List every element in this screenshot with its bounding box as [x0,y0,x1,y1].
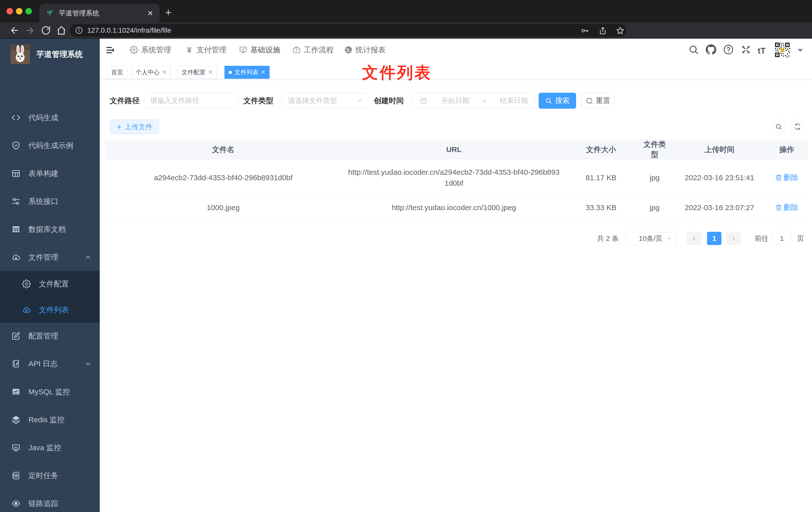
cell-type: jpg [636,203,673,212]
reset-button[interactable]: 重置 [582,93,614,109]
file-path-input-field[interactable] [144,93,238,109]
sidebar-item-db-doc[interactable]: 数据库文档 [0,215,100,243]
tab-profile[interactable]: 个人中心 ✕ [132,66,171,79]
page-jump-input[interactable] [773,232,791,245]
date-range-picker[interactable]: 开始日期 - 结束日期 [413,93,535,109]
topnav-infra[interactable]: 基础设施 [239,39,280,61]
tab-close-icon[interactable]: ✕ [162,69,167,76]
back-icon[interactable] [9,25,20,35]
logo-rabbit-image [10,44,30,64]
minimize-window-button[interactable] [16,8,23,14]
refresh-table-button[interactable] [790,120,805,133]
cell-filename: a294ecb2-73dd-4353-bf40-296b8931d0bf [105,174,342,182]
trash-icon [775,204,782,211]
column-header-time[interactable]: 上传时间 [673,145,765,155]
page-size-select[interactable]: 10条/页 [625,232,676,245]
column-header-filename[interactable]: 文件名 [105,145,342,155]
delete-button[interactable]: 删除 [775,203,799,213]
page-number-1[interactable]: 1 [707,232,722,245]
avatar-dropdown-caret-icon[interactable] [798,49,803,52]
start-date-placeholder: 开始日期 [441,96,469,106]
topnav-system[interactable]: 系统管理 [130,39,171,61]
sidebar-item-label: 代码生成 [28,113,58,123]
sidebar-logo[interactable]: 芋道管理系统 [10,44,83,64]
home-icon[interactable] [56,25,66,35]
delete-label: 删除 [784,203,799,213]
sidebar-item-file-config[interactable]: 文件配置 [0,271,100,297]
github-icon[interactable] [706,44,716,55]
topnav-reports[interactable]: 统计报表 [344,39,385,61]
sidebar-item-java-monitor[interactable]: Java 监控 [0,434,100,462]
column-header-type[interactable]: 文件类型 [636,139,673,160]
tab-home[interactable]: 首页 [107,66,127,79]
topnav-payment[interactable]: ¥ 支付管理 [185,39,227,61]
bookmark-star-icon[interactable] [616,26,625,35]
sidebar-item-code-gen[interactable]: 代码生成 [0,104,100,131]
sidebar-item-file-management[interactable]: 文件管理 [0,243,100,271]
font-size-icon[interactable]: tT [758,46,768,56]
sidebar-item-scheduled-tasks[interactable]: 定时任务 [0,462,100,489]
maximize-window-button[interactable] [25,8,32,14]
chevron-down-icon [85,360,91,367]
tab-close-icon[interactable]: ✕ [208,69,212,76]
fullscreen-icon[interactable] [741,44,751,55]
sidebar-item-api-log[interactable]: API 日志 [0,350,100,378]
forward-icon[interactable] [25,25,35,35]
sidebar-item-redis-monitor[interactable]: Redis 监控 [0,406,100,434]
sidebar-item-label: API 日志 [28,359,58,369]
cell-time: 2022-03-16 23:07:27 [673,203,765,212]
tab-close-icon[interactable]: ✕ [147,9,153,18]
file-type-select[interactable]: 请选择文件类型 [282,93,368,109]
shield-check-icon [11,141,21,150]
password-key-icon[interactable] [581,26,589,35]
sidebar-item-label: 文件管理 [28,252,58,263]
url-bar[interactable]: 127.0.0.1:1024/infra/file/file [70,24,627,37]
url-text: 127.0.0.1:1024/infra/file/file [87,26,171,34]
avatar[interactable] [774,42,790,58]
share-icon[interactable] [599,26,607,35]
sidebar-item-form-builder[interactable]: 表单构建 [0,159,100,187]
file-path-input[interactable] [144,93,238,109]
upload-file-button[interactable]: + 上传文件 [110,120,159,134]
sidebar-item-label: 系统接口 [28,197,58,207]
new-tab-button[interactable]: + [165,7,172,18]
sidebar-item-file-list[interactable]: 文件列表 [0,297,100,323]
cell-size: 33.33 KB [566,203,636,212]
page-jump-field[interactable] [773,232,791,245]
sidebar-item-system-api[interactable]: 系统接口 [0,187,100,215]
column-header-url[interactable]: URL [342,144,566,155]
delete-label: 删除 [784,173,799,183]
next-page-button[interactable] [726,232,741,245]
topnav-label: 统计报表 [356,45,385,55]
topnav-workflow[interactable]: 工作流程 [292,39,334,61]
sidebar-item-code-gen-demo[interactable]: 代码生成示例 [0,131,100,159]
sidebar-item-mysql-monitor[interactable]: MySQL 监控 [0,378,100,406]
sidebar-item-tracing[interactable]: 链路追踪 [0,489,100,512]
search-button[interactable]: 搜索 [539,93,576,109]
current-page-label: 1 [712,235,716,243]
sidebar-collapse-icon[interactable] [106,46,115,55]
tab-file-config[interactable]: 文件配置 ✕ [177,66,217,79]
prev-page-button[interactable] [687,232,701,245]
tab-label: 首页 [111,68,123,76]
delete-button[interactable]: 删除 [775,173,799,183]
filter-path-label: 文件路径 [110,93,140,109]
sidebar-item-config-management[interactable]: 配置管理 [0,322,100,350]
monitor-check-icon [239,46,248,54]
tab-file-list[interactable]: 文件列表 ✕ [225,66,269,79]
cell-type: jpg [636,174,673,182]
browser-tab[interactable]: 芋道管理系统 ✕ [39,4,160,23]
sliders-icon [11,197,21,206]
page-size-value: 10条/页 [639,234,663,243]
tab-close-icon[interactable]: ✕ [261,69,265,76]
tab-label: 文件配置 [181,68,205,76]
site-info-icon[interactable] [75,27,83,34]
reload-icon[interactable] [41,25,51,35]
show-search-button[interactable] [772,120,786,133]
search-icon[interactable] [688,44,699,55]
close-window-button[interactable] [6,8,13,14]
column-header-size[interactable]: 文件大小 [566,145,636,155]
help-icon[interactable] [723,44,734,55]
topnav-label: 系统管理 [141,45,171,55]
column-header-action[interactable]: 操作 [765,145,808,155]
